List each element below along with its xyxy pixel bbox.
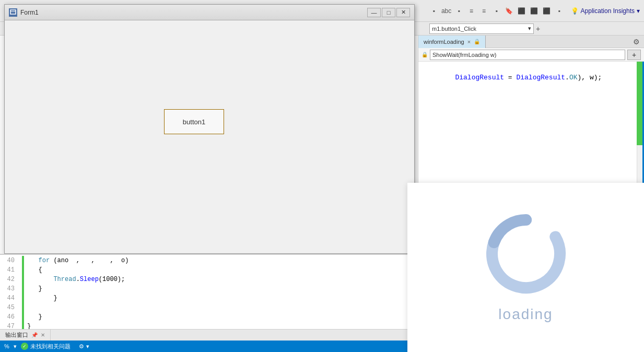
winform-title: Form1 [20,9,364,16]
winform-controls: — □ ✕ [367,8,410,17]
function-selector[interactable]: m1.button1_Click ▾ [429,24,534,34]
code-line-43: 43 } [0,284,418,294]
toolbar-icon-8[interactable]: ⬛ [542,6,552,16]
status-no-issues: 未找到相关问题 [30,343,71,350]
status-tools: ⚙ ▾ [79,343,89,350]
spinner-svg [484,212,568,296]
loading-overlay: loading [407,183,644,352]
toolbar-icon-2[interactable]: ▪ [454,6,464,16]
bottom-tab-output-label: 输出窗口 [5,331,28,339]
toolbar-icon-6[interactable]: ⬛ [517,6,527,16]
code-line-40: 40 for (ano , , , o) [0,256,418,265]
code-tab-winformloading[interactable]: winformLoading × 🔒 [418,36,486,48]
winform-maximize-button[interactable]: □ [382,8,395,17]
code-function-bar: 🔒 ShowWait(frmLoading w) + [418,48,644,62]
bottom-tab-output[interactable]: 输出窗口 📌 ✕ [0,330,51,341]
winform-body: button1 [5,20,414,253]
winform-window: Form1 — □ ✕ button1 [4,4,415,254]
bottom-code-panel: 40 for (ano , , , o) 41 { 42 Thread.Slee… [0,254,418,342]
toolbar-icon-abc[interactable]: abc [441,6,452,16]
lock-small-icon: 🔒 [421,52,428,57]
bottom-tabs-left: 输出窗口 📌 ✕ [0,329,418,341]
code-line-44: 44 } [0,294,418,303]
panel-header-icons: ⚙ [629,38,644,46]
close-icon-output[interactable]: ✕ [41,332,45,338]
code-tab-bar: winformLoading × 🔒 ⚙ [418,36,644,48]
toolbar-icon-3[interactable]: ≡ [466,6,477,16]
toolbar-icon-7[interactable]: ⬛ [529,6,540,16]
tools-chevron: ▾ [86,343,89,350]
right-code-line-1: DialogResult = DialogResult.OK), w); [418,64,644,92]
svg-rect-0 [10,10,16,14]
winform-app-icon [9,8,17,17]
status-percent: % [4,343,9,349]
winform-titlebar: Form1 — □ ✕ [5,5,414,20]
tools-icon: ⚙ [79,343,84,350]
lock-icon: 🔒 [474,39,480,44]
form-button1-label: button1 [183,118,205,126]
toolbar-icon-4[interactable]: ≡ [479,6,489,16]
toolbar-icon-1[interactable]: ▪ [429,6,439,16]
code-line-46: 46 } [0,312,418,322]
loading-spinner [484,212,568,296]
status-dropdown-arrow[interactable]: ▾ [14,343,17,350]
code-line-42: 42 Thread.Sleep(1000); [0,275,418,284]
code-line-41: 41 { [0,265,418,275]
winform-close-button[interactable]: ✕ [396,8,410,17]
code-line-45: 45 [0,303,418,312]
form-button1[interactable]: button1 [164,109,224,134]
pin-icon[interactable]: 📌 [31,332,38,338]
add-method-button[interactable]: + [627,50,641,60]
loading-text: loading [498,306,553,323]
application-insights-chevron: ▾ [637,7,640,15]
loading-content: loading [484,212,568,323]
lightbulb-icon: 💡 [571,7,579,15]
application-insights-label: Application Insights [581,7,635,15]
function-selector-value: m1.button1_Click [432,26,476,32]
toolbar-icon-9[interactable]: ▪ [554,6,565,16]
winform-minimize-button[interactable]: — [367,8,381,17]
code-tab-label: winformLoading [424,39,464,45]
nav-add-icon[interactable]: + [536,25,540,33]
toolbar-icons: ▪ abc ▪ ≡ ≡ ▪ 🔖 ⬛ ⬛ ⬛ ▪ 💡 Application In… [429,6,640,16]
function-selector-chevron: ▾ [528,25,531,32]
toolbar-icon-bookmark[interactable]: 🔖 [504,6,514,16]
method-selector-value: ShowWait(frmLoading w) [432,52,496,58]
settings-icon[interactable]: ⚙ [629,38,644,46]
toolbar-icon-5[interactable]: ▪ [491,6,502,16]
application-insights[interactable]: 💡 Application Insights ▾ [571,7,640,15]
status-check: ✓ 未找到相关问题 [21,343,71,350]
method-selector[interactable]: ShowWait(frmLoading w) [430,50,625,60]
check-icon: ✓ [21,343,28,350]
code-tab-close-icon[interactable]: × [467,39,471,45]
